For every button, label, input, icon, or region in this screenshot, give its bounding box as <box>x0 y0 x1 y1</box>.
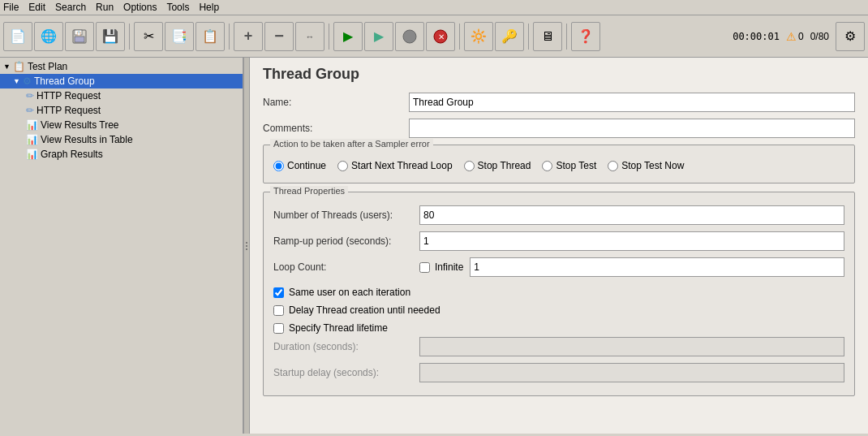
page-title: Thread Group <box>263 66 855 83</box>
copy-button[interactable]: 📑 <box>165 22 194 51</box>
sidebar-item-http-request-1[interactable]: ✏ HTTP Request <box>0 88 243 103</box>
cut-button[interactable]: ✂ <box>134 22 163 51</box>
startup-delay-label: Startup delay (seconds): <box>273 367 419 378</box>
duration-input[interactable] <box>419 337 844 356</box>
settings-gear-button[interactable]: ⚙ <box>836 22 865 51</box>
help-button[interactable]: ❓ <box>571 22 600 51</box>
num-threads-input[interactable] <box>419 205 844 225</box>
shutdown-button[interactable]: ✕ <box>426 22 455 51</box>
infinite-label: Infinite <box>435 261 463 273</box>
svg-rect-2 <box>75 37 84 42</box>
menu-search[interactable]: Search <box>55 2 86 13</box>
infinite-checkbox[interactable] <box>419 262 430 273</box>
svg-text:📋: 📋 <box>76 31 82 37</box>
sidebar-item-thread-group[interactable]: ▼ ⚙ Thread Group <box>0 74 243 88</box>
action-start-next-loop[interactable]: Start Next Thread Loop <box>337 160 453 171</box>
specify-lifetime-checkbox-label[interactable]: Specify Thread lifetime <box>273 319 844 337</box>
save-button[interactable]: 💾 <box>96 22 125 51</box>
graph-results-icon: 📊 <box>26 149 38 160</box>
menu-options[interactable]: Options <box>123 2 157 13</box>
action-continue-radio[interactable] <box>273 161 284 171</box>
expand-button[interactable]: ↔ <box>295 22 324 51</box>
action-start-next-loop-radio[interactable] <box>337 161 348 171</box>
duration-label: Duration (seconds): <box>273 341 419 352</box>
same-user-checkbox-label[interactable]: Same user on each iteration <box>273 283 844 301</box>
resize-handle[interactable] <box>243 58 250 434</box>
menu-file[interactable]: File <box>3 2 19 13</box>
start-no-pause-button[interactable]: ▶ <box>364 22 393 51</box>
view-results-tree-label: View Results Tree <box>41 119 119 131</box>
main-area: ▼ 📋 Test Plan ▼ ⚙ Thread Group ✏ HTTP Re… <box>0 58 868 434</box>
startup-delay-row: Startup delay (seconds): <box>273 363 844 382</box>
loop-count-input[interactable] <box>470 257 844 277</box>
action-stop-test[interactable]: Stop Test <box>542 160 596 171</box>
toolbar-sep-5 <box>528 24 529 50</box>
sidebar-item-view-results-tree[interactable]: 📊 View Results Tree <box>0 118 243 132</box>
same-user-label: Same user on each iteration <box>289 287 410 298</box>
ramp-up-label: Ramp-up period (seconds): <box>273 235 419 247</box>
sidebar-item-graph-results[interactable]: 📊 Graph Results <box>0 147 243 162</box>
thread-count-display: 0/80 <box>810 31 829 42</box>
remote-button[interactable]: 🖥 <box>533 22 562 51</box>
action-continue-label: Continue <box>287 160 326 171</box>
remove-button[interactable]: − <box>264 22 294 51</box>
comments-input[interactable] <box>409 119 855 138</box>
menu-tools[interactable]: Tools <box>166 2 189 13</box>
view-results-table-label: View Results in Table <box>41 134 133 145</box>
action-start-next-loop-label: Start Next Thread Loop <box>351 160 453 171</box>
save-templates-icon: 📋 <box>71 28 88 45</box>
toolbar-sep-6 <box>566 24 567 50</box>
ramp-up-input[interactable] <box>419 231 844 251</box>
name-label: Name: <box>263 97 409 108</box>
warning-count: 0 <box>798 31 804 42</box>
open-button[interactable]: 🌐 <box>34 22 63 51</box>
loop-count-row: Loop Count: Infinite <box>273 257 844 277</box>
shutdown-icon: ✕ <box>433 29 448 44</box>
warning-icon: ⚠ <box>786 30 797 43</box>
action-stop-thread-radio[interactable] <box>464 161 475 171</box>
content-panel: Thread Group Name: Comments: Action to b… <box>250 58 868 434</box>
infinite-checkbox-label[interactable]: Infinite <box>419 258 463 276</box>
delay-thread-checkbox-label[interactable]: Delay Thread creation until needed <box>273 301 844 319</box>
action-stop-test-now-radio[interactable] <box>608 161 618 171</box>
save-templates-button[interactable]: 📋 <box>65 22 94 51</box>
delay-thread-label: Delay Thread creation until needed <box>289 304 440 316</box>
comments-label: Comments: <box>263 123 409 134</box>
clear-all-button[interactable]: 🔑 <box>495 22 524 51</box>
add-button[interactable]: + <box>234 22 263 51</box>
action-section: Action to be taken after a Sampler error… <box>263 145 855 183</box>
menu-run[interactable]: Run <box>96 2 114 13</box>
menu-help[interactable]: Help <box>199 2 219 13</box>
sidebar-item-http-request-2[interactable]: ✏ HTTP Request <box>0 103 243 118</box>
clock-display: 00:00:01 <box>733 31 780 42</box>
toolbar-status: 00:00:01 ⚠ 0 0/80 ⚙ <box>733 22 865 51</box>
sidebar-item-test-plan[interactable]: ▼ 📋 Test Plan <box>0 59 243 74</box>
num-threads-row: Number of Threads (users): <box>273 205 844 225</box>
stop-circle-button[interactable] <box>395 22 424 51</box>
thread-group-icon: ⚙ <box>23 76 32 87</box>
paste-button[interactable]: 📋 <box>196 22 225 51</box>
new-button[interactable]: 📄 <box>3 22 32 51</box>
action-stop-thread[interactable]: Stop Thread <box>464 160 531 171</box>
name-row: Name: <box>263 93 855 112</box>
startup-delay-input[interactable] <box>419 363 844 382</box>
warnings-display: ⚠ 0 <box>786 30 804 43</box>
action-radio-group: Continue Start Next Thread Loop Stop Thr… <box>273 155 844 176</box>
thread-props-section: Thread Properties Number of Threads (use… <box>263 192 855 396</box>
action-continue[interactable]: Continue <box>273 160 326 171</box>
view-results-table-icon: 📊 <box>26 134 38 145</box>
http-req-2-icon: ✏ <box>26 105 34 116</box>
name-input[interactable] <box>409 93 855 112</box>
toolbar-sep-3 <box>329 24 329 50</box>
start-button[interactable]: ▶ <box>333 22 363 51</box>
test-plan-icon: 📋 <box>13 61 25 72</box>
menu-edit[interactable]: Edit <box>28 2 45 13</box>
same-user-checkbox[interactable] <box>273 287 284 298</box>
sidebar-item-view-results-table[interactable]: 📊 View Results in Table <box>0 132 243 147</box>
toolbar-sep-4 <box>459 24 460 50</box>
clear-button[interactable]: 🔆 <box>464 22 493 51</box>
action-stop-test-now[interactable]: Stop Test Now <box>608 160 684 171</box>
specify-lifetime-checkbox[interactable] <box>273 323 284 334</box>
delay-thread-checkbox[interactable] <box>273 305 284 316</box>
action-stop-test-radio[interactable] <box>542 161 552 171</box>
